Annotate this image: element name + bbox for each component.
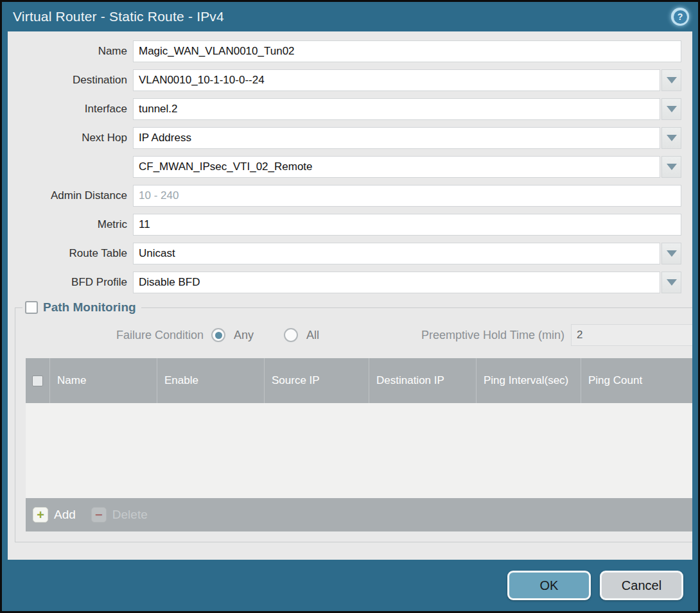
chevron-down-icon xyxy=(667,106,677,112)
name-label: Name xyxy=(8,40,133,62)
bfd-profile-label: BFD Profile xyxy=(8,272,133,293)
table-body-empty xyxy=(26,403,692,498)
radio-icon xyxy=(211,328,225,342)
metric-input[interactable] xyxy=(133,214,681,236)
column-header-name: Name xyxy=(49,358,157,403)
delete-button[interactable]: − Delete xyxy=(91,507,148,522)
destination-row: Destination xyxy=(8,69,681,91)
dialog-window: Virtual Router - Static Route - IPv4 ? N… xyxy=(0,0,700,613)
admin-distance-row: Admin Distance xyxy=(8,185,681,207)
metric-row: Metric xyxy=(8,214,681,236)
destination-dropdown-button[interactable] xyxy=(661,69,681,91)
dialog-content: Name Destination Interface xyxy=(8,31,692,560)
path-monitoring-title: Path Monitoring xyxy=(43,300,136,315)
column-header-ping-interval: Ping Interval(sec) xyxy=(476,358,581,403)
failure-condition-label: Failure Condition xyxy=(15,329,211,342)
route-table-dropdown-button[interactable] xyxy=(661,243,681,264)
next-hop-label: Next Hop xyxy=(8,127,133,149)
admin-distance-label: Admin Distance xyxy=(8,185,133,207)
radio-label: Any xyxy=(234,329,254,342)
add-button-label: Add xyxy=(54,508,76,522)
path-monitoring-checkbox[interactable] xyxy=(25,301,38,314)
bfd-profile-dropdown-button[interactable] xyxy=(661,272,681,293)
interface-dropdown-button[interactable] xyxy=(661,98,681,120)
preemptive-hold-time-input[interactable] xyxy=(571,324,692,346)
bfd-profile-input[interactable] xyxy=(133,272,660,293)
delete-icon: − xyxy=(91,507,107,522)
table-toolbar: + Add − Delete xyxy=(26,498,692,531)
bfd-profile-row: BFD Profile xyxy=(8,272,681,293)
table-header-row: Name Enable Source IP Destination IP Pin… xyxy=(26,358,692,403)
add-icon: + xyxy=(33,507,48,522)
route-table-label: Route Table xyxy=(8,243,133,264)
chevron-down-icon xyxy=(667,250,677,257)
dialog-footer: OK Cancel xyxy=(2,560,698,611)
chevron-down-icon xyxy=(667,164,677,170)
column-header-enable: Enable xyxy=(157,358,264,403)
cancel-button[interactable]: Cancel xyxy=(600,571,683,600)
help-icon-glyph: ? xyxy=(674,10,687,24)
destination-label: Destination xyxy=(8,69,133,91)
ok-button[interactable]: OK xyxy=(507,571,591,600)
dialog-title: Virtual Router - Static Route - IPv4 xyxy=(13,9,671,24)
failure-condition-any-radio[interactable]: Any xyxy=(211,328,254,342)
next-hop-address-dropdown-button[interactable] xyxy=(661,156,681,178)
next-hop-address-input[interactable] xyxy=(133,156,660,178)
column-header-ping-count: Ping Count xyxy=(581,358,692,403)
next-hop-address-label xyxy=(8,156,133,178)
metric-label: Metric xyxy=(8,214,133,236)
help-icon[interactable]: ? xyxy=(671,8,689,26)
radio-icon xyxy=(284,328,298,342)
path-monitoring-legend: Path Monitoring xyxy=(22,300,141,315)
dialog-frame: Virtual Router - Static Route - IPv4 ? N… xyxy=(2,2,698,611)
path-monitoring-group: Path Monitoring Failure Condition Any Al… xyxy=(15,300,692,542)
failure-condition-all-radio[interactable]: All xyxy=(284,328,319,342)
column-header-source-ip: Source IP xyxy=(264,358,369,403)
radio-label: All xyxy=(306,329,319,342)
route-table-row: Route Table xyxy=(8,243,681,264)
name-input[interactable] xyxy=(133,40,681,62)
destination-input[interactable] xyxy=(133,69,660,91)
chevron-down-icon xyxy=(667,279,677,286)
chevron-down-icon xyxy=(667,135,677,141)
route-table-input[interactable] xyxy=(133,243,660,264)
next-hop-address-row xyxy=(8,156,681,178)
chevron-down-icon xyxy=(667,77,677,83)
interface-row: Interface xyxy=(8,98,681,120)
path-monitoring-table: Name Enable Source IP Destination IP Pin… xyxy=(26,358,692,531)
dialog-titlebar: Virtual Router - Static Route - IPv4 ? xyxy=(2,2,698,31)
failure-condition-row: Failure Condition Any All Preemptive Hol… xyxy=(15,324,692,347)
next-hop-dropdown-button[interactable] xyxy=(661,127,681,149)
admin-distance-input[interactable] xyxy=(133,185,681,207)
interface-input[interactable] xyxy=(133,98,660,120)
select-all-checkbox[interactable] xyxy=(32,376,43,386)
next-hop-row: Next Hop xyxy=(8,127,681,149)
add-button[interactable]: + Add xyxy=(33,507,76,522)
preemptive-hold-time-label: Preemptive Hold Time (min) xyxy=(421,329,571,342)
name-row: Name xyxy=(8,40,681,62)
delete-button-label: Delete xyxy=(112,508,148,522)
column-header-destination-ip: Destination IP xyxy=(369,358,476,403)
next-hop-type-input[interactable] xyxy=(133,127,660,149)
select-all-checkbox-cell xyxy=(26,358,49,403)
interface-label: Interface xyxy=(8,98,133,120)
